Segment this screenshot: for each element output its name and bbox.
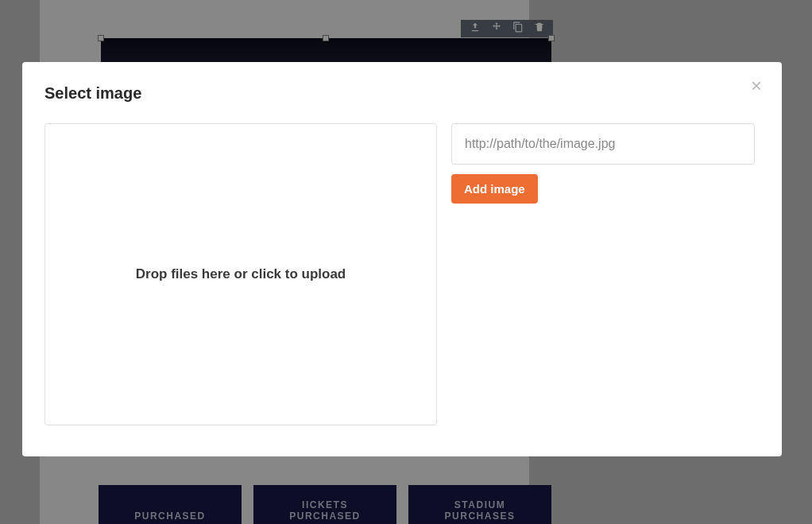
close-icon: × xyxy=(751,76,762,95)
drop-zone-label: Drop files here or click to upload xyxy=(136,266,346,282)
file-drop-zone[interactable]: Drop files here or click to upload xyxy=(44,123,437,425)
close-button[interactable]: × xyxy=(748,78,764,94)
url-upload-column: Add image xyxy=(451,123,760,425)
select-image-modal: × Select image Drop files here or click … xyxy=(22,62,782,456)
add-image-button[interactable]: Add image xyxy=(451,174,538,204)
modal-title: Select image xyxy=(44,84,760,103)
modal-body: Drop files here or click to upload Add i… xyxy=(44,123,760,425)
image-url-input[interactable] xyxy=(451,123,755,165)
